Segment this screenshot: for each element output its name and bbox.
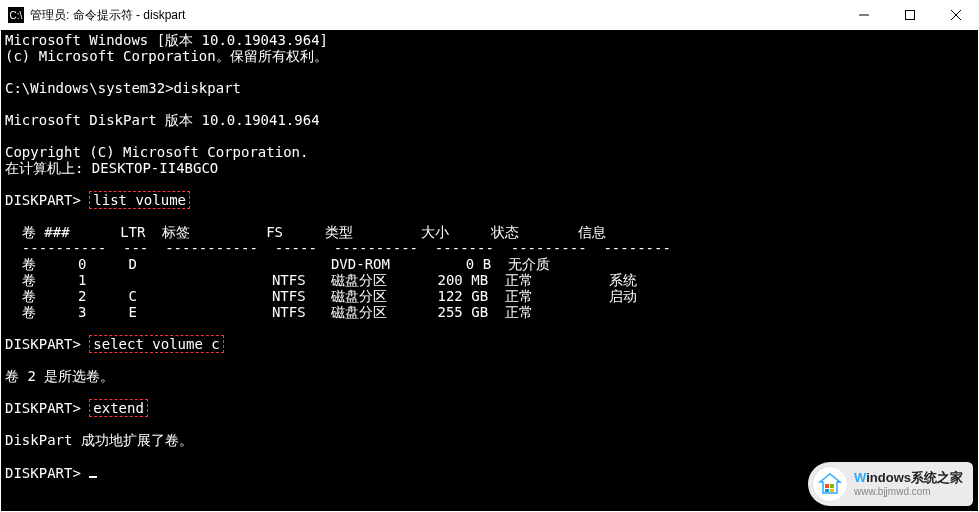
path-prompt: C:\Windows\system32> <box>5 80 174 96</box>
cmd-select-volume: select volume c <box>89 335 223 353</box>
window-title: 管理员: 命令提示符 - diskpart <box>30 7 185 24</box>
row1-idx: 1 <box>78 272 86 288</box>
svg-rect-8 <box>830 489 834 492</box>
diskpart-version: Microsoft DiskPart 版本 10.0.19041.964 <box>5 112 320 128</box>
cmd-list-volume: list volume <box>89 191 190 209</box>
row1-size: 200 MB <box>437 272 488 288</box>
diskpart-prompt: DISKPART> <box>5 400 81 416</box>
row2-info: 启动 <box>609 288 637 304</box>
diskpart-prompt: DISKPART> <box>5 192 81 208</box>
col-ltr: LTR <box>120 224 145 240</box>
row2-idx: 2 <box>78 288 86 304</box>
row3-size: 255 GB <box>438 304 489 320</box>
row0-size: 0 B <box>466 256 491 272</box>
watermark-brand: Windows系统之家 <box>854 471 963 485</box>
row3-fs: NTFS <box>272 304 306 320</box>
row3-status: 正常 <box>505 304 533 320</box>
close-button[interactable] <box>933 0 979 30</box>
row3-idx: 3 <box>78 304 86 320</box>
cmd-diskpart: diskpart <box>174 80 241 96</box>
row1-type: 磁盘分区 <box>331 272 387 288</box>
row2-ltr: C <box>129 288 137 304</box>
table-row: 卷 3 E NTFS 磁盘分区 255 GB 正常 <box>5 304 533 320</box>
row0-status: 无介质 <box>508 256 550 272</box>
copyright-line: (c) Microsoft Corporation。保留所有权利。 <box>5 48 328 64</box>
os-version-line: Microsoft Windows [版本 10.0.19043.964] <box>5 32 328 48</box>
svg-rect-5 <box>825 484 829 488</box>
row3-ltr: E <box>129 304 137 320</box>
row0-type: DVD-ROM <box>331 256 390 272</box>
col-label: 标签 <box>162 224 190 240</box>
watermark-brand-rest: indows <box>866 470 911 485</box>
row0-ltr: D <box>129 256 137 272</box>
cmd-extend: extend <box>89 399 148 417</box>
extend-success-msg: DiskPart 成功地扩展了卷。 <box>5 432 193 448</box>
watermark-text: Windows系统之家 www.bjjmwd.com <box>854 471 963 496</box>
cmd-icon: C:\ <box>8 7 24 23</box>
watermark-brand-w: W <box>854 470 866 485</box>
col-volnum: 卷 ### <box>22 224 70 240</box>
svg-rect-7 <box>825 489 829 492</box>
row1-status: 正常 <box>505 272 533 288</box>
row2-fs: NTFS <box>272 288 306 304</box>
row0-idx: 0 <box>78 256 86 272</box>
svg-rect-1 <box>906 11 915 20</box>
watermark-brand-suffix: 系统之家 <box>911 470 963 485</box>
svg-rect-6 <box>830 484 834 488</box>
row2-status: 正常 <box>505 288 533 304</box>
minimize-button[interactable] <box>841 0 887 30</box>
cursor <box>89 464 97 478</box>
watermark-badge: Windows系统之家 www.bjjmwd.com <box>808 462 973 506</box>
title-bar[interactable]: C:\ 管理员: 命令提示符 - diskpart <box>0 0 979 31</box>
table-row: 卷 0 D DVD-ROM 0 B 无介质 <box>5 256 550 272</box>
col-size: 大小 <box>421 224 449 240</box>
col-type: 类型 <box>325 224 353 240</box>
diskpart-copyright: Copyright (C) Microsoft Corporation. <box>5 144 308 160</box>
watermark-logo-icon <box>812 466 848 502</box>
table-row: 卷 1 NTFS 磁盘分区 200 MB 正常 系统 <box>5 272 637 288</box>
cmd-window: C:\ 管理员: 命令提示符 - diskpart Microsoft Wind… <box>0 0 979 512</box>
row1-info: 系统 <box>609 272 637 288</box>
selected-volume-msg: 卷 2 是所选卷。 <box>5 368 114 384</box>
col-status: 状态 <box>491 224 519 240</box>
table-row: 卷 2 C NTFS 磁盘分区 122 GB 正常 启动 <box>5 288 637 304</box>
diskpart-prompt: DISKPART> <box>5 465 81 481</box>
row2-size: 122 GB <box>438 288 489 304</box>
col-info: 信息 <box>578 224 606 240</box>
maximize-button[interactable] <box>887 0 933 30</box>
row1-fs: NTFS <box>272 272 306 288</box>
computer-name-line: 在计算机上: DESKTOP-II4BGCO <box>5 160 218 176</box>
diskpart-prompt: DISKPART> <box>5 336 81 352</box>
col-fs: FS <box>266 224 283 240</box>
row2-type: 磁盘分区 <box>331 288 387 304</box>
row3-type: 磁盘分区 <box>331 304 387 320</box>
watermark-url: www.bjjmwd.com <box>854 486 963 497</box>
terminal-output[interactable]: Microsoft Windows [版本 10.0.19043.964] (c… <box>1 30 978 511</box>
